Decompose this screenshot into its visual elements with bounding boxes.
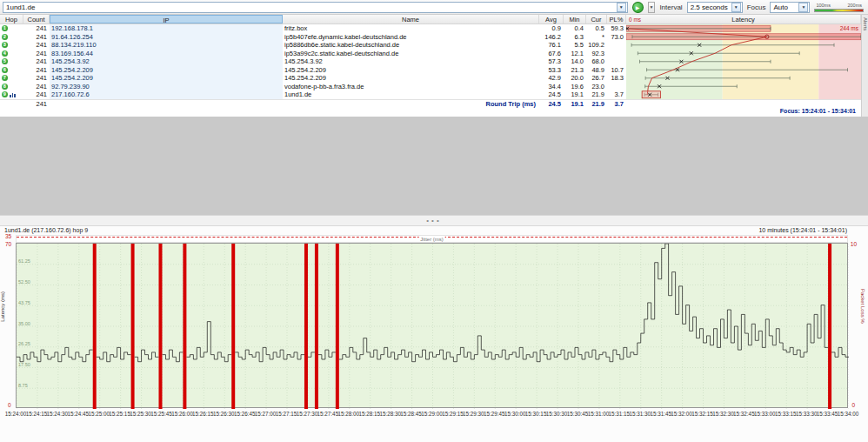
x-tick-label: 15:26:00 bbox=[171, 411, 193, 417]
hop-cell: 3 bbox=[0, 41, 23, 50]
pingplotter-window: 1und1.de ▼ ▶ ▼ Interval 2.5 seconds ▼ Fo… bbox=[0, 0, 868, 442]
col-header-latency[interactable]: Latency bbox=[626, 15, 861, 23]
latency-scale-max-label: 244 ms bbox=[840, 25, 858, 31]
focus-status-text: Focus: 15:24:01 - 15:34:01 bbox=[780, 108, 856, 114]
footer-avg: 24.5 bbox=[539, 100, 564, 109]
cur-cell: 0.5 bbox=[586, 24, 607, 33]
interval-select[interactable]: 2.5 seconds ▼ bbox=[687, 2, 743, 13]
ip-cell: 91.64.126.254 bbox=[50, 33, 283, 42]
x-tick-label: 15:28:30 bbox=[379, 411, 401, 417]
play-button[interactable]: ▶ bbox=[632, 2, 644, 13]
hop-cell: 4 bbox=[0, 50, 23, 58]
pl-cell bbox=[607, 83, 626, 91]
col-header-pl[interactable]: PL% bbox=[607, 15, 626, 23]
pl-cell bbox=[607, 41, 626, 50]
avg-cell: 57.3 bbox=[539, 57, 564, 66]
svg-text:17.50: 17.50 bbox=[18, 362, 30, 367]
focus-select[interactable]: Auto ▼ bbox=[770, 2, 810, 13]
target-value[interactable]: 1und1.de bbox=[3, 3, 616, 11]
timeline-x-labels: 15:24:0015:24:1515:24:3015:24:4515:25:00… bbox=[0, 411, 868, 421]
chevron-down-icon[interactable]: ▼ bbox=[731, 3, 741, 12]
svg-text:52.50: 52.50 bbox=[18, 279, 30, 285]
name-cell: vodafone-p-bb-a.fra3.fra.de bbox=[283, 83, 539, 91]
footer-count: 241 bbox=[23, 100, 50, 109]
count-cell: 241 bbox=[23, 83, 50, 91]
cur-cell: 21.9 bbox=[586, 90, 607, 99]
avg-cell: 67.6 bbox=[539, 50, 564, 58]
hop-cell: 5 bbox=[0, 57, 23, 66]
latency-range-svg bbox=[626, 24, 861, 99]
trace-table: Hop Count IP Name Avg Min Cur PL% Latenc… bbox=[0, 15, 861, 117]
avg-cell: 53.3 bbox=[539, 66, 564, 75]
chevron-down-icon[interactable]: ▼ bbox=[798, 3, 808, 12]
cur-cell: 23.0 bbox=[586, 83, 607, 91]
x-tick-label: 15:34:00 bbox=[838, 411, 859, 417]
hop-cell: 6 bbox=[0, 66, 23, 75]
count-cell: 241 bbox=[23, 33, 50, 42]
hop-number-badge: 9 bbox=[2, 91, 8, 97]
x-tick-label: 15:25:30 bbox=[130, 411, 151, 417]
timeline-plot[interactable]: 8.7517.5026.2535.0043.7552.5061.25 bbox=[16, 243, 848, 408]
count-cell: 241 bbox=[23, 50, 50, 58]
col-header-cur[interactable]: Cur bbox=[586, 15, 607, 23]
col-header-name[interactable]: Name bbox=[283, 15, 539, 23]
alerts-side-tab[interactable]: Alerts bbox=[861, 15, 868, 117]
avg-cell: 0.9 bbox=[539, 24, 564, 33]
x-tick-label: 15:29:00 bbox=[421, 411, 443, 417]
jitter-strip-title: Jitter (ms) bbox=[418, 237, 445, 242]
x-tick-label: 15:27:00 bbox=[255, 411, 277, 417]
svg-text:26.25: 26.25 bbox=[18, 341, 30, 346]
name-cell: fritz.box bbox=[283, 24, 539, 33]
x-tick-label: 15:24:30 bbox=[47, 411, 69, 417]
min-cell: 12.1 bbox=[564, 50, 586, 58]
timeline-title: 1und1.de (217.160.72.6) hop 9 bbox=[4, 227, 88, 233]
hop-number-badge: 6 bbox=[2, 67, 8, 73]
play-options-dropdown[interactable]: ▼ bbox=[648, 2, 656, 13]
cur-cell: * bbox=[586, 33, 607, 42]
target-combobox[interactable]: 1und1.de ▼ bbox=[3, 2, 628, 13]
pl-cell bbox=[607, 57, 626, 66]
pl-cell: 73.0 bbox=[607, 33, 626, 42]
name-cell: 145.254.3.92 bbox=[283, 57, 539, 66]
x-tick-label: 15:33:45 bbox=[817, 411, 838, 417]
ip-cell: 192.168.178.1 bbox=[50, 24, 283, 33]
name-cell: ip5886db6e.static.kabel-deutschland.de bbox=[283, 41, 539, 50]
svg-text:8.75: 8.75 bbox=[18, 383, 28, 388]
min-cell: 14.0 bbox=[564, 57, 586, 66]
pl-cell: 3.7 bbox=[607, 90, 626, 99]
svg-text:35.00: 35.00 bbox=[18, 321, 30, 326]
col-header-ip[interactable]: IP bbox=[50, 15, 283, 23]
ip-cell: 217.160.72.6 bbox=[50, 90, 283, 99]
latency-legend: 100ms 200ms bbox=[814, 3, 865, 12]
chevron-down-icon[interactable]: ▼ bbox=[617, 3, 626, 12]
x-tick-label: 15:28:15 bbox=[358, 411, 380, 417]
x-tick-label: 15:29:30 bbox=[463, 411, 484, 417]
col-header-avg[interactable]: Avg bbox=[539, 15, 564, 23]
x-tick-label: 15:29:15 bbox=[442, 411, 464, 417]
col-header-hop[interactable]: Hop bbox=[0, 15, 23, 23]
splitter-grip-icon[interactable]: ••• bbox=[426, 219, 441, 223]
footer-pl: 3.7 bbox=[607, 100, 626, 109]
col-header-count[interactable]: Count bbox=[23, 15, 50, 23]
footer-cur: 21.9 bbox=[586, 100, 607, 109]
timeline-svg: 8.7517.5026.2535.0043.7552.5061.25 bbox=[17, 244, 849, 409]
pane-splitter[interactable]: ••• bbox=[0, 215, 868, 226]
min-cell: 19.1 bbox=[564, 90, 586, 99]
x-tick-label: 15:32:45 bbox=[733, 411, 755, 417]
x-tick-label: 15:27:30 bbox=[297, 411, 318, 417]
name-cell: ip5b407efe.dynamic.kabel-deutschland.de bbox=[283, 33, 539, 42]
cur-cell: 26.7 bbox=[586, 74, 607, 83]
col-header-min[interactable]: Min bbox=[564, 15, 586, 23]
jitter-strip: Jitter (ms) bbox=[16, 235, 848, 243]
x-tick-label: 15:24:00 bbox=[5, 411, 27, 417]
x-tick-label: 15:25:45 bbox=[150, 411, 172, 417]
right-axis-min-label: 0 bbox=[851, 402, 855, 408]
avg-cell: 24.5 bbox=[539, 90, 564, 99]
footer-min: 19.1 bbox=[564, 100, 586, 109]
x-tick-label: 15:30:15 bbox=[525, 411, 547, 417]
x-tick-label: 15:31:15 bbox=[609, 411, 631, 417]
ip-cell: 88.134.219.110 bbox=[50, 41, 283, 50]
focus-value: Auto bbox=[771, 3, 798, 11]
y-axis-max-label: 70 bbox=[5, 241, 11, 247]
y-axis-min-label: 0 bbox=[8, 402, 11, 408]
